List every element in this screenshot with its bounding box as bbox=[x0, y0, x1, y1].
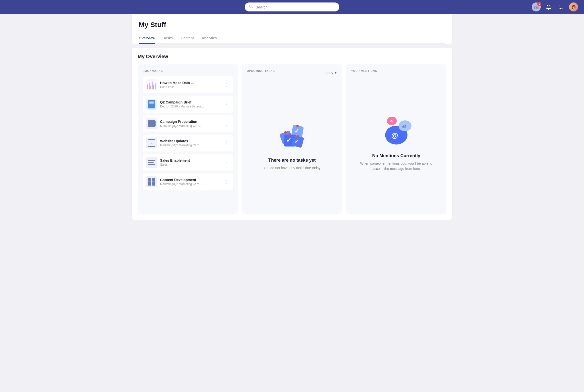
bookmark-name: How to Make Data ... bbox=[160, 81, 220, 85]
mentions-illustration: @ @ @ bbox=[379, 114, 414, 147]
bookmark-menu-icon[interactable]: ⋮ bbox=[223, 81, 229, 88]
search-icon bbox=[249, 4, 253, 10]
bookmark-menu-icon[interactable]: ⋮ bbox=[223, 159, 229, 166]
search-input[interactable] bbox=[256, 5, 335, 9]
svg-text:@: @ bbox=[391, 132, 398, 139]
bookmark-item[interactable]: Q2 Campaign Brief Dec 14, 2020 • Marissa… bbox=[143, 96, 233, 113]
bookmark-item[interactable]: Campaign Preperation Marketing/Q2 Market… bbox=[143, 115, 233, 132]
svg-rect-1 bbox=[559, 5, 563, 8]
svg-text:✓: ✓ bbox=[295, 128, 299, 134]
user-notification-avatar[interactable]: 🤖 1 bbox=[532, 2, 541, 12]
page-container: My Stuff Overview Tasks Content Analytic… bbox=[128, 14, 456, 228]
svg-point-12 bbox=[297, 135, 299, 138]
bookmark-menu-icon[interactable]: ⋮ bbox=[223, 120, 229, 127]
bookmark-info: Content Development Marketing/Q2 Marketi… bbox=[160, 178, 220, 186]
tasks-empty-subtitle: You do not have any tasks due today bbox=[263, 166, 320, 171]
tab-content[interactable]: Content bbox=[181, 34, 194, 44]
page-header: My Stuff Overview Tasks Content Analytic… bbox=[132, 14, 452, 44]
bookmark-info: Q2 Campaign Brief Dec 14, 2020 • Marissa… bbox=[160, 100, 220, 108]
svg-text:✓: ✓ bbox=[295, 139, 299, 144]
mentions-empty-title: No Mentions Currently bbox=[372, 153, 420, 158]
tasks-illustration: ✓ ✓ ✓ ✓ bbox=[274, 118, 310, 152]
bookmark-thumb-doc bbox=[146, 99, 157, 110]
tab-overview[interactable]: Overview bbox=[139, 34, 155, 44]
top-navigation: 🤖 1 👩 bbox=[0, 0, 584, 14]
notification-badge: 1 bbox=[537, 2, 541, 6]
chevron-down-icon: ▼ bbox=[334, 71, 337, 74]
bookmark-item[interactable]: ✓ Website Updates Marketing/Q2 Marketing… bbox=[143, 134, 233, 152]
bookmark-thumb-grid bbox=[146, 176, 157, 187]
bookmark-name: Q2 Campaign Brief bbox=[160, 100, 220, 104]
bookmark-meta: Marketing/Q2 Marketing Cam... bbox=[160, 144, 220, 147]
bookmark-thumb-layers bbox=[146, 157, 157, 168]
bookmarks-panel: BOOKMARKS How to Make Data ... Don Lease bbox=[138, 64, 238, 214]
mentions-label: YOUR MENTIONS bbox=[351, 70, 441, 72]
tasks-panel-header: UPCOMING TASKS Today ▼ bbox=[247, 70, 337, 76]
bookmark-info: Campaign Preperation Marketing/Q2 Market… bbox=[160, 120, 220, 128]
bookmark-info: Sales Enablement Sales bbox=[160, 158, 220, 166]
bookmark-menu-icon[interactable]: ⋮ bbox=[223, 178, 229, 186]
bookmark-meta: Marketing/Q2 Marketing Cam... bbox=[160, 182, 220, 186]
mentions-empty-subtitle: When someone mentions you, you'll be abl… bbox=[356, 161, 436, 172]
bookmark-menu-icon[interactable]: ⋮ bbox=[223, 100, 229, 108]
tab-tasks[interactable]: Tasks bbox=[163, 34, 173, 44]
layers-icon bbox=[148, 160, 155, 165]
overview-grid: BOOKMARKS How to Make Data ... Don Lease bbox=[138, 64, 446, 214]
today-filter-dropdown[interactable]: Today ▼ bbox=[324, 71, 337, 75]
bookmark-meta: Don Lease bbox=[160, 85, 220, 89]
bell-button[interactable] bbox=[544, 2, 553, 12]
svg-text:✓: ✓ bbox=[286, 137, 291, 144]
tasks-empty-state: ✓ ✓ ✓ ✓ bbox=[247, 80, 337, 209]
bookmarks-label: BOOKMARKS bbox=[143, 70, 233, 72]
nav-right-actions: 🤖 1 👩 bbox=[532, 2, 578, 12]
bookmark-item[interactable]: Content Development Marketing/Q2 Marketi… bbox=[143, 173, 233, 190]
tab-analytics[interactable]: Analytics bbox=[202, 34, 217, 44]
bookmark-info: Website Updates Marketing/Q2 Marketing C… bbox=[160, 139, 220, 147]
svg-point-6 bbox=[296, 124, 299, 127]
bookmark-name: Content Development bbox=[160, 178, 220, 182]
upcoming-tasks-panel: UPCOMING TASKS Today ▼ ✓ bbox=[242, 64, 342, 214]
tabs-bar: Overview Tasks Content Analytics bbox=[139, 34, 445, 44]
svg-text:@: @ bbox=[390, 120, 393, 123]
bookmark-name: Campaign Preperation bbox=[160, 120, 220, 124]
grid-icon bbox=[148, 178, 155, 186]
avatar-user-image: 👩 bbox=[569, 2, 578, 12]
page-title: My Stuff bbox=[139, 21, 445, 29]
bookmark-name: Website Updates bbox=[160, 139, 220, 143]
bookmark-item[interactable]: Sales Enablement Sales ⋮ bbox=[143, 154, 233, 171]
doc-icon bbox=[148, 100, 155, 108]
bookmark-thumb-checkbox: ✓ bbox=[146, 138, 157, 148]
chat-button[interactable] bbox=[557, 2, 565, 12]
bookmark-info: How to Make Data ... Don Lease bbox=[160, 81, 220, 89]
bookmark-thumb-chart bbox=[146, 79, 157, 90]
svg-text:@: @ bbox=[402, 124, 406, 128]
mentions-empty-state: @ @ @ No Mentions Currently When someone… bbox=[351, 76, 441, 209]
bookmark-item[interactable]: How to Make Data ... Don Lease ⋮ bbox=[143, 76, 233, 93]
search-bar[interactable] bbox=[245, 2, 339, 12]
svg-point-9 bbox=[289, 133, 291, 136]
tasks-empty-title: There are no tasks yet bbox=[268, 158, 316, 163]
your-mentions-panel: YOUR MENTIONS @ @ @ bbox=[346, 64, 446, 214]
checkbox-icon: ✓ bbox=[148, 139, 155, 147]
bookmark-meta: Sales bbox=[160, 163, 220, 166]
bookmark-meta: Marketing/Q2 Marketing Cam... bbox=[160, 124, 220, 128]
bookmark-menu-icon[interactable]: ⋮ bbox=[223, 139, 229, 147]
today-filter-label: Today bbox=[324, 71, 333, 75]
bookmark-name: Sales Enablement bbox=[160, 158, 220, 162]
chat-icon bbox=[148, 120, 156, 127]
overview-title: My Overview bbox=[138, 54, 446, 60]
bookmark-meta: Dec 14, 2020 • Marissa Baume... bbox=[160, 105, 220, 108]
bookmark-thumb-chat bbox=[146, 118, 157, 129]
user-avatar[interactable]: 👩 bbox=[569, 2, 578, 12]
tasks-label: UPCOMING TASKS bbox=[247, 70, 275, 72]
svg-point-3 bbox=[284, 131, 287, 134]
overview-section: My Overview BOOKMARKS How to bbox=[132, 48, 452, 220]
